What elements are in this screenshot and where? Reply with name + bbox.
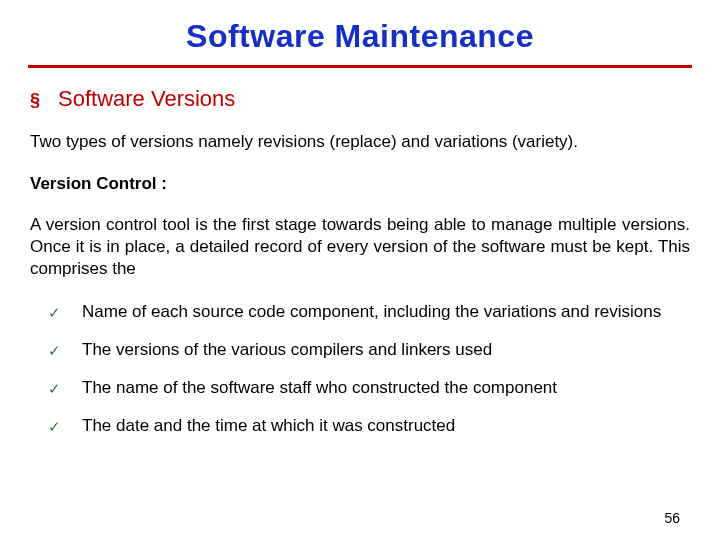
list-item: ✓ The versions of the various compilers …: [48, 339, 692, 361]
page-number: 56: [664, 510, 680, 526]
list-item: ✓ The date and the time at which it was …: [48, 415, 692, 437]
square-bullet-icon: §: [28, 90, 58, 111]
section-heading-row: § Software Versions: [28, 86, 692, 112]
list-item-text: The name of the software staff who const…: [82, 377, 557, 399]
check-icon: ✓: [48, 377, 82, 398]
version-control-description: A version control tool is the first stag…: [30, 214, 690, 279]
list-item: ✓ Name of each source code component, in…: [48, 301, 692, 323]
section-heading: Software Versions: [58, 86, 235, 112]
check-list: ✓ Name of each source code component, in…: [28, 301, 692, 436]
intro-text: Two types of versions namely revisions (…: [30, 132, 690, 152]
check-icon: ✓: [48, 339, 82, 360]
list-item-text: The date and the time at which it was co…: [82, 415, 455, 437]
list-item: ✓ The name of the software staff who con…: [48, 377, 692, 399]
check-icon: ✓: [48, 301, 82, 322]
list-item-text: Name of each source code component, incl…: [82, 301, 661, 323]
version-control-label: Version Control :: [30, 174, 692, 194]
title-rule: [28, 65, 692, 68]
list-item-text: The versions of the various compilers an…: [82, 339, 492, 361]
check-icon: ✓: [48, 415, 82, 436]
page-title: Software Maintenance: [28, 18, 692, 55]
